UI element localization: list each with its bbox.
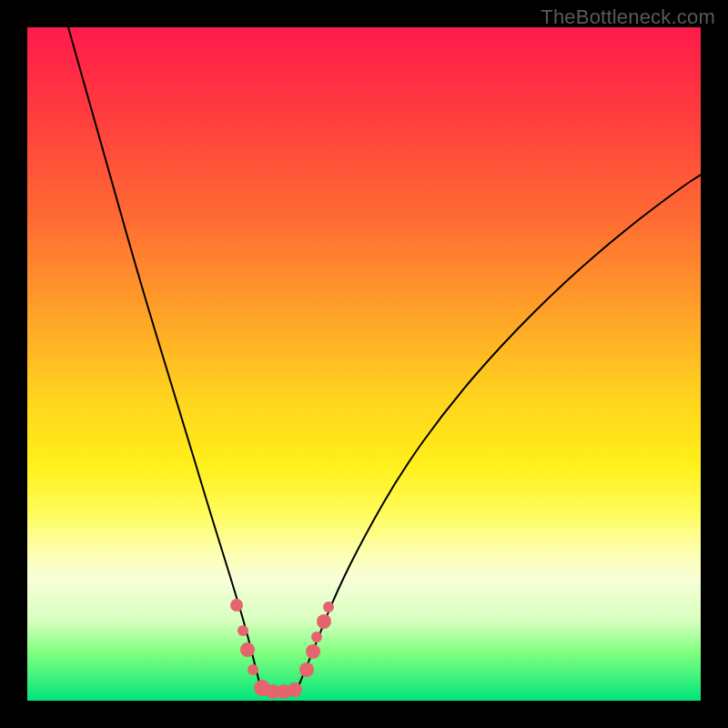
data-marker — [323, 602, 334, 612]
chart-frame: TheBottleneck.com — [0, 0, 728, 728]
data-marker — [317, 614, 331, 629]
data-marker — [306, 644, 320, 659]
data-marker — [311, 632, 322, 642]
data-marker — [240, 642, 255, 657]
data-marker — [248, 664, 258, 675]
marker-group — [230, 599, 334, 699]
data-marker — [288, 682, 302, 697]
plot-area — [27, 27, 701, 701]
watermark-text: TheBottleneck.com — [541, 5, 715, 29]
curve-left-branch — [68, 27, 260, 686]
data-marker — [238, 625, 248, 636]
data-marker — [230, 599, 243, 612]
data-marker — [299, 662, 314, 677]
curve-right-branch — [298, 175, 701, 686]
curve-layer — [27, 27, 701, 701]
